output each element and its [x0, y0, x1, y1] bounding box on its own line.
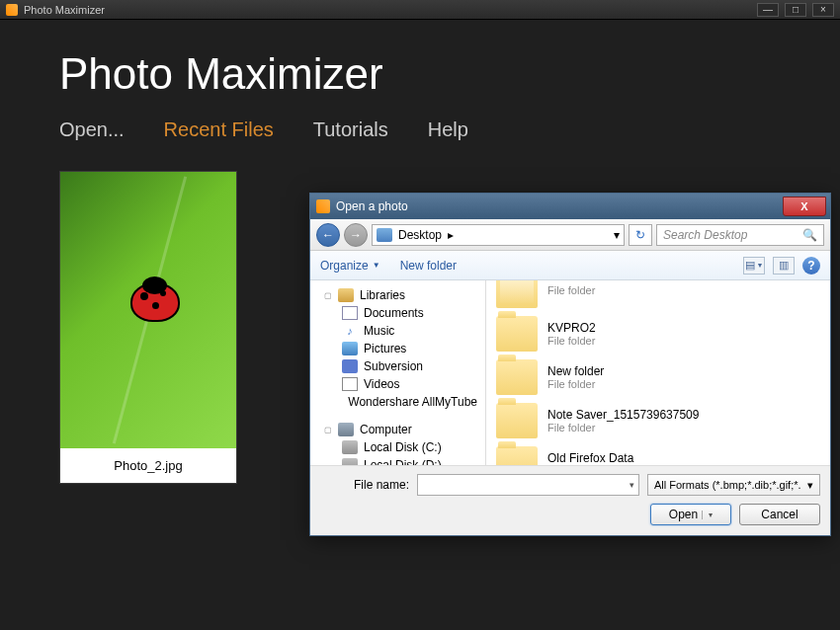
- nav-back-button[interactable]: ←: [316, 223, 340, 247]
- window-title: Photo Maximizer: [24, 4, 757, 16]
- list-item[interactable]: Note Saver_1515739637509File folder: [494, 399, 822, 442]
- dialog-titlebar: Open a photo X: [310, 194, 830, 219]
- thumbnail-image: [60, 172, 236, 448]
- chevron-down-icon[interactable]: ▾: [630, 480, 634, 490]
- split-button-arrow-icon[interactable]: ▾: [702, 511, 713, 519]
- desktop-icon: [377, 228, 392, 242]
- filename-input[interactable]: ▾: [417, 474, 639, 496]
- close-window-button[interactable]: ×: [812, 3, 834, 17]
- nav-forward-button[interactable]: →: [344, 223, 368, 247]
- preview-pane-button[interactable]: ▥: [773, 257, 795, 275]
- tree-pictures[interactable]: Pictures: [314, 340, 481, 357]
- list-item[interactable]: File folder: [494, 280, 822, 312]
- menu-help[interactable]: Help: [428, 118, 468, 141]
- app-icon: [6, 4, 18, 16]
- dialog-app-icon: [316, 199, 330, 213]
- refresh-button[interactable]: ↻: [629, 224, 652, 246]
- breadcrumb-arrow-icon: ▸: [448, 228, 454, 242]
- tree-disk-c[interactable]: Local Disk (C:): [314, 438, 481, 456]
- file-format-select[interactable]: All Formats (*.bmp;*.dib;*.gif;*. ▾: [647, 474, 820, 496]
- cancel-button[interactable]: Cancel: [739, 504, 820, 525]
- tree-subversion[interactable]: Subversion: [314, 357, 481, 375]
- recent-file-thumbnail[interactable]: Photo_2.jpg: [59, 171, 237, 484]
- ladybug-icon: [130, 282, 180, 322]
- open-button[interactable]: Open ▾: [650, 504, 731, 525]
- main-window-titlebar: Photo Maximizer — □ ×: [0, 0, 840, 20]
- filename-label: File name:: [320, 478, 409, 492]
- pictures-icon: [342, 342, 358, 355]
- list-item[interactable]: Old Firefox DataFile folder: [494, 442, 822, 465]
- chevron-down-icon: ▾: [807, 479, 813, 492]
- folder-icon: [496, 280, 538, 308]
- dialog-nav-bar: ← → Desktop ▸ ▾ ↻ Search Desktop 🔍: [310, 219, 830, 251]
- file-list: File folder KVPRO2File folder New folder…: [486, 280, 830, 465]
- disk-icon: [342, 458, 358, 465]
- computer-icon: [338, 423, 354, 436]
- dialog-body: ▢Libraries Documents ♪Music Pictures Sub…: [310, 280, 830, 465]
- organize-button[interactable]: Organize ▼: [320, 259, 380, 273]
- dialog-toolbar: Organize ▼ New folder ▤▼ ▥ ?: [310, 251, 830, 280]
- folder-icon: [496, 316, 538, 352]
- tree-music[interactable]: ♪Music: [314, 322, 481, 340]
- list-item[interactable]: KVPRO2File folder: [494, 312, 822, 355]
- minimize-button[interactable]: —: [757, 3, 779, 17]
- breadcrumb[interactable]: Desktop ▸ ▾: [372, 224, 625, 246]
- dialog-close-button[interactable]: X: [783, 197, 826, 216]
- help-button[interactable]: ?: [802, 257, 820, 275]
- search-input[interactable]: Search Desktop 🔍: [656, 224, 824, 246]
- tree-wondershare[interactable]: Wondershare AllMyTube: [314, 393, 481, 411]
- libraries-icon: [338, 288, 354, 302]
- chevron-down-icon: ▼: [373, 261, 380, 270]
- maximize-button[interactable]: □: [785, 3, 806, 17]
- main-menu: Open... Recent Files Tutorials Help: [59, 118, 781, 141]
- search-placeholder: Search Desktop: [663, 228, 747, 242]
- search-icon: 🔍: [802, 228, 817, 242]
- menu-recent-files[interactable]: Recent Files: [164, 118, 274, 141]
- navigation-tree: ▢Libraries Documents ♪Music Pictures Sub…: [310, 280, 486, 465]
- tree-documents[interactable]: Documents: [314, 304, 481, 322]
- open-file-dialog: Open a photo X ← → Desktop ▸ ▾ ↻ Search …: [309, 193, 831, 536]
- documents-icon: [342, 306, 358, 320]
- dialog-title: Open a photo: [336, 199, 783, 213]
- tree-disk-d[interactable]: Local Disk (D:): [314, 456, 481, 465]
- new-folder-button[interactable]: New folder: [400, 259, 457, 273]
- thumbnail-label: Photo_2.jpg: [60, 448, 236, 483]
- menu-tutorials[interactable]: Tutorials: [313, 118, 388, 141]
- videos-icon: [342, 377, 358, 391]
- subversion-icon: [342, 359, 358, 373]
- tree-libraries[interactable]: ▢Libraries: [314, 286, 481, 304]
- folder-icon: [496, 446, 538, 465]
- tree-videos[interactable]: Videos: [314, 375, 481, 393]
- tree-computer[interactable]: ▢Computer: [314, 421, 481, 438]
- folder-icon: [496, 403, 538, 438]
- folder-icon: [496, 359, 538, 395]
- list-item[interactable]: New folderFile folder: [494, 355, 822, 399]
- breadcrumb-dropdown-icon[interactable]: ▾: [614, 228, 620, 242]
- menu-open[interactable]: Open...: [59, 118, 125, 141]
- music-icon: ♪: [342, 324, 358, 338]
- view-mode-button[interactable]: ▤▼: [743, 257, 765, 275]
- dialog-footer: File name: ▾ All Formats (*.bmp;*.dib;*.…: [310, 465, 830, 535]
- disk-icon: [342, 440, 358, 454]
- breadcrumb-text: Desktop: [398, 228, 442, 242]
- app-title: Photo Maximizer: [59, 49, 781, 99]
